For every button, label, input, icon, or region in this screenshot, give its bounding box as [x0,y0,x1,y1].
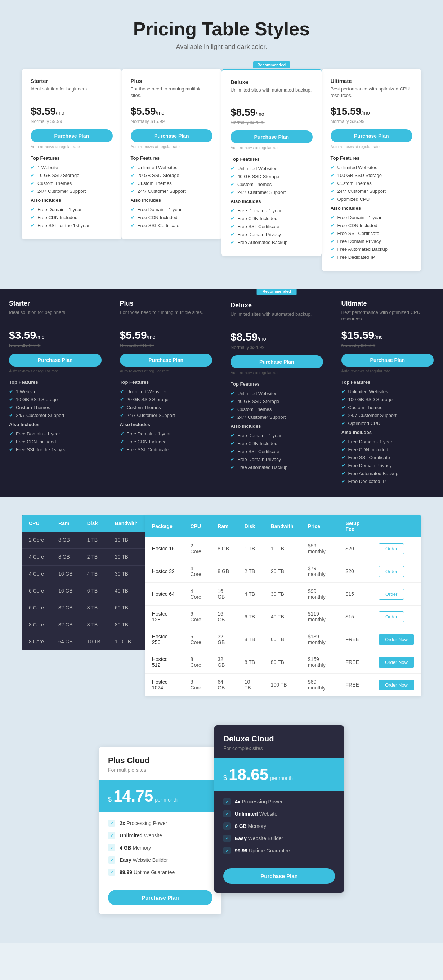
feature-item: ✔20 GB SSD Storage [131,172,213,178]
feature-text: 1 Website [38,165,58,170]
dark-table-row: 6 Core32 GB8 TB60 TB [22,600,145,616]
order-button[interactable]: Order [378,543,404,554]
card-desc: Unlimited sites with automated backup. [230,311,323,326]
feature-text: Custom Themes [237,407,272,412]
table-cell: 8 GB [210,538,237,560]
include-text: Free Domain - 1 year [16,431,60,436]
cloud-price-period: per month [155,797,178,803]
also-includes-label: Also Includes [131,197,213,203]
feature-text: Unlimited Websites [337,165,378,170]
table-cell: 32 GB [210,651,237,674]
table-cell-action: Order [372,606,421,628]
order-button[interactable]: Order Now [378,657,414,668]
include-text: Free Domain - 1 year [237,433,282,438]
col-ram: Ram [51,515,80,531]
dark-table-cell: 60 TB [108,600,145,616]
cloud-subdesc: For multiple sites [99,767,221,780]
card-light-plus-light: PlusFor those need to running multiple s… [122,69,222,239]
also-includes-label: Also Includes [31,197,113,203]
cloud-check-icon: ✔ [223,810,230,818]
dark-table-cell: 40 TB [108,582,145,600]
table-cell-action: Order Now [372,651,421,674]
include-item: ✔Free SSL Certificate [230,223,313,229]
check-icon: ✔ [31,223,35,228]
dark-table-cell: 10 TB [80,633,108,650]
purchase-button[interactable]: Purchase Plan [120,353,213,367]
card-name: Starter [9,300,102,307]
cloud-subdesc: For complex sites [214,745,344,758]
feature-item: ✔Custom Themes [120,404,213,410]
order-button[interactable]: Order [378,589,404,600]
feature-text: Unlimited Website [235,811,277,817]
feature-item: ✔Unlimited Websites [230,390,323,396]
check-icon: ✔ [330,172,335,178]
purchase-button[interactable]: Purchase Plan [341,353,434,367]
purchase-button[interactable]: Purchase Plan [230,355,323,368]
feature-item: ✔24/7 Customer Support [31,188,113,194]
check-icon: ✔ [31,172,35,178]
include-text: Free SSL Certificate [138,223,180,228]
auto-renew: Auto re-news at regular rate [9,369,102,373]
dark-table-cell: 80 TB [108,616,145,633]
table-cell: 8 TB [237,628,264,651]
order-button[interactable]: Order Now [378,680,414,690]
include-text: Free Domain - 1 year [127,431,171,436]
dark-table-cell: 30 TB [108,565,145,582]
dark-table-row: 4 Core16 GB4 TB30 TB [22,565,145,582]
table-cell: 8 TB [237,651,264,674]
table-row: Hostco 324 Core8 GB2 TB20 TB$79 monthly$… [145,560,421,583]
section-table: CPU Ram Disk Bandwith 2 Core8 GB1 TB10 T… [0,497,443,714]
feature-text: Optimized CPU [348,421,381,426]
check-icon: ✔ [341,439,346,444]
purchase-button[interactable]: Purchase Plan [31,129,113,142]
check-icon: ✔ [330,164,335,170]
check-icon: ✔ [230,165,235,171]
purchase-button[interactable]: Purchase Plan [9,353,102,367]
check-icon: ✔ [230,398,235,404]
table-cell: FREE [338,628,372,651]
card-light-deluxe-light: RecommendedDeluxeUnlimited sites with au… [221,69,322,256]
card-normal-price: Normally $24.99 [230,120,313,125]
purchase-plan-button[interactable]: Purchase Plan [223,868,335,884]
page-header: Pricing Table Styles Available in light … [0,0,443,58]
feature-text: 8 GB Memory [235,823,266,829]
card-desc: Ideal solution for beginners. [9,309,102,324]
card-price: $5.59/mo [120,329,213,341]
table-cell: 4 Core [183,583,211,606]
feature-text: 99.99 Uptime Guarantee [235,848,290,853]
card-desc: For those need to running multiple sites… [131,86,213,100]
feature-item: ✔Optimized CPU [330,196,413,202]
dark-table-cell: 32 GB [51,616,80,633]
cloud-feature-item: ✔ 2x Processing Power [108,819,213,827]
purchase-plan-button[interactable]: Purchase Plan [108,890,213,905]
purchase-button[interactable]: Purchase Plan [330,129,413,142]
top-features-label: Top Features [230,156,313,162]
include-item: ✔Free SSL for the 1st year [9,447,102,452]
table-cell: $119 monthly [301,606,338,628]
col-cpu: CPU [22,515,51,531]
feature-item: ✔40 GB SSD Storage [230,173,313,179]
check-icon: ✔ [341,396,346,402]
check-icon: ✔ [31,180,35,186]
include-item: ✔Free CDN Included [31,215,113,220]
pricing-table: PackageCPURamDiskBandwithPriceSetup Fee … [145,515,421,696]
dark-table-cell: 4 Core [22,565,51,582]
table-cell: 6 Core [183,606,211,628]
card-desc: Best performance with optimized CPU reso… [330,86,413,100]
cloud-feature-item: ✔ Easy Website Builder [223,835,335,842]
cloud-price-bar: $ 14.75 per month [99,780,221,812]
order-button[interactable]: Order [378,611,404,622]
feature-item: ✔10 GB SSD Storage [31,172,113,178]
purchase-button[interactable]: Purchase Plan [230,130,313,143]
order-button[interactable]: Order [378,566,404,577]
purchase-button[interactable]: Purchase Plan [131,129,213,142]
check-icon: ✔ [230,390,235,396]
check-icon: ✔ [230,231,235,237]
card-name: Deluxe [230,79,313,85]
check-icon: ✔ [230,449,235,454]
check-icon: ✔ [120,388,124,394]
check-icon: ✔ [230,456,235,462]
feature-text: 10 GB SSD Storage [38,173,79,178]
order-button[interactable]: Order Now [378,634,414,645]
page-subtitle: Available in light and dark color. [7,43,436,51]
